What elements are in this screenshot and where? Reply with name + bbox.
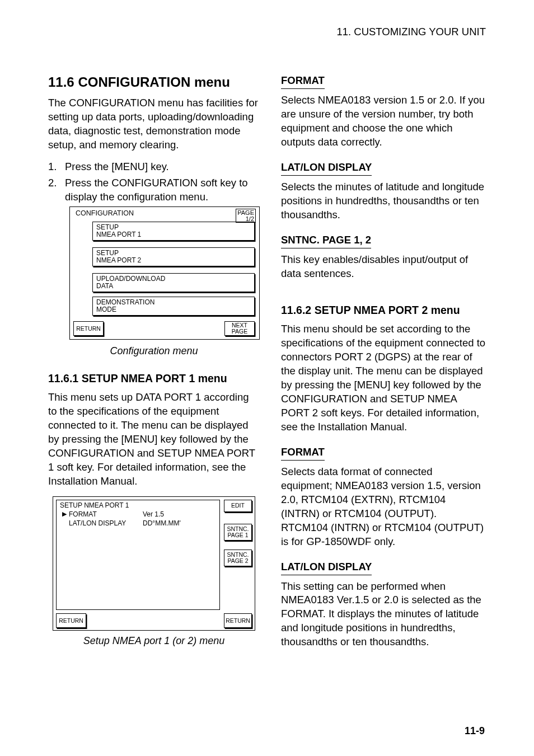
softkey2-line1: SETUP <box>96 250 254 257</box>
softkey-next-page[interactable]: NEXT PAGE <box>224 321 255 336</box>
paragraph-sntnc: This key enables/disables input/output o… <box>281 253 486 281</box>
step-1-text: Press the [MENU] key. <box>65 160 169 174</box>
softkey-return-right[interactable]: RETURN <box>224 613 252 628</box>
fig2-latlon-label: LAT/LON DISPLAY <box>69 519 143 527</box>
heading-latlon-display: LAT/LON DISPLAY <box>281 161 372 176</box>
paragraph-port2: This menu should be set according to the… <box>281 322 486 434</box>
heading-format-2: FORMAT <box>281 445 325 461</box>
subsection-paragraph: This menu sets up DATA PORT 1 according … <box>48 391 260 489</box>
fig1-page-indicator: PAGE 1/2 <box>236 209 256 223</box>
softkey-demonstration-mode[interactable]: DEMONSTRATION MODE <box>92 297 255 316</box>
softkey-setup-nmea-port-1[interactable]: SETUP NMEA PORT 1 <box>92 222 255 241</box>
softkey-return-left[interactable]: RETURN <box>56 613 86 628</box>
softkey1-line2: NMEA PORT 1 <box>96 231 254 238</box>
intro-paragraph: The CONFIGURATION menu has facilities fo… <box>48 96 260 152</box>
page-header-right: 11. CUSTOMIZING YOUR UNIT <box>48 26 486 38</box>
subsection-heading-setup-nmea-port-1: 11.6.1 SETUP NMEA PORT 1 menu <box>48 372 260 385</box>
fig1-title: CONFIGURATION <box>76 209 134 217</box>
heading-format: FORMAT <box>281 74 325 89</box>
fig2-title: SETUP NMEA PORT 1 <box>60 501 129 509</box>
softkey-sntnc-page-1[interactable]: SNTNC. PAGE 1 <box>224 524 252 541</box>
figure-configuration-menu: CONFIGURATION PAGE 1/2 SETUP NMEA PORT 1… <box>69 206 260 340</box>
subsection-heading-setup-nmea-port-2: 11.6.2 SETUP NMEA PORT 2 menu <box>281 303 486 317</box>
fig2-snt1-line2: PAGE 1 <box>227 532 248 538</box>
paragraph-format: Selects NMEA0183 version 1.5 or 2.0. If … <box>281 93 486 149</box>
paragraph-format-2: Selects data format of connected equipme… <box>281 465 486 549</box>
fig2-snt2-line2: PAGE 2 <box>227 558 248 564</box>
softkey3-line2: DATA <box>96 283 254 290</box>
selection-arrow-icon: ▶ <box>62 510 67 518</box>
paragraph-latlon: Selects the minutes of latitude and long… <box>281 180 486 222</box>
page-number: 11-9 <box>465 725 485 737</box>
paragraph-latlon-2: This setting can be performed when NMEA0… <box>281 580 486 650</box>
softkey-return[interactable]: RETURN <box>73 321 104 336</box>
step-2: 2. Press the CONFIGURATION soft key to d… <box>48 176 260 204</box>
heading-sntnc-page: SNTNC. PAGE 1, 2 <box>281 233 371 248</box>
fig1-caption: Configuration menu <box>48 345 260 357</box>
left-column: 11.6 CONFIGURATION menu The CONFIGURATIO… <box>48 74 260 657</box>
fig2-latlon-value: DD°MM.MM' <box>143 519 181 527</box>
figure-setup-nmea-port-1: SETUP NMEA PORT 1 ▶ FORMAT Ver 1.5 LAT/L… <box>53 496 255 631</box>
step-1-number: 1. <box>48 160 65 174</box>
right-column: FORMAT Selects NMEA0183 version 1.5 or 2… <box>281 74 486 657</box>
softkey2-line2: NMEA PORT 2 <box>96 257 254 264</box>
section-heading-configuration-menu: 11.6 CONFIGURATION menu <box>48 74 260 91</box>
softkey-sntnc-page-2[interactable]: SNTNC. PAGE 2 <box>224 550 252 566</box>
fig2-format-value: Ver 1.5 <box>143 510 164 518</box>
heading-latlon-display-2: LAT/LON DISPLAY <box>281 560 372 575</box>
fig2-caption: Setup NMEA port 1 (or 2) menu <box>48 635 260 647</box>
softkey3-line1: UPLOAD/DOWNLOAD <box>96 275 254 283</box>
softkey4-line2: MODE <box>96 306 254 313</box>
step-2-text: Press the CONFIGURATION soft key to disp… <box>65 176 260 204</box>
fig2-row-format: FORMAT Ver 1.5 <box>69 510 164 518</box>
fig1-next-line2: PAGE <box>232 328 247 335</box>
fig2-inner-panel: SETUP NMEA PORT 1 ▶ FORMAT Ver 1.5 LAT/L… <box>56 500 220 610</box>
step-2-number: 2. <box>48 176 65 204</box>
fig2-row-latlon: LAT/LON DISPLAY DD°MM.MM' <box>69 519 181 527</box>
softkey4-line1: DEMONSTRATION <box>96 299 254 306</box>
step-1: 1. Press the [MENU] key. <box>48 160 260 174</box>
fig2-format-label: FORMAT <box>69 510 143 518</box>
softkey-edit[interactable]: EDIT <box>224 500 252 512</box>
softkey1-line1: SETUP <box>96 224 254 231</box>
softkey-setup-nmea-port-2[interactable]: SETUP NMEA PORT 2 <box>92 247 255 266</box>
two-column-layout: 11.6 CONFIGURATION menu The CONFIGURATIO… <box>48 74 486 657</box>
softkey-upload-download-data[interactable]: UPLOAD/DOWNLOAD DATA <box>92 273 255 292</box>
